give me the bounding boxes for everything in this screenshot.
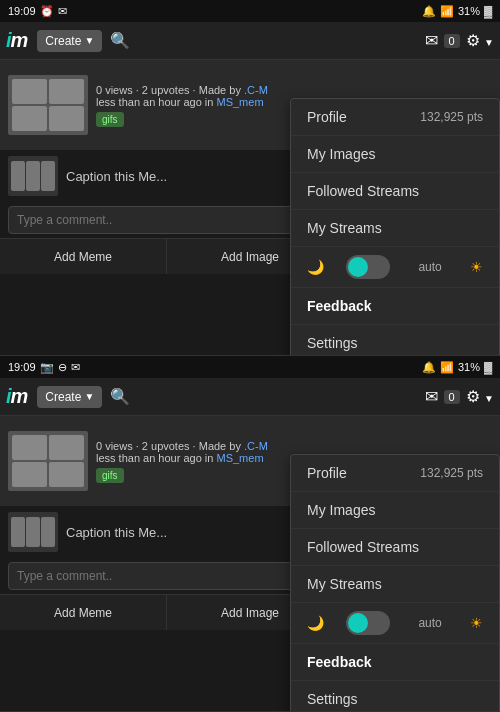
- grid-icon-2: ⚙: [466, 388, 480, 405]
- thumb-block: [49, 106, 84, 131]
- caption-thumbnail-2: [8, 512, 58, 552]
- moon-icon: 🌙: [307, 259, 324, 275]
- feedback-label-2: Feedback: [307, 654, 372, 670]
- theme-toggle[interactable]: [346, 255, 390, 279]
- dropdown-followed-streams[interactable]: Followed Streams: [291, 173, 499, 210]
- status-time: 19:09: [8, 5, 36, 17]
- followed-streams-label: Followed Streams: [307, 183, 419, 199]
- battery-percent: 31%: [458, 5, 480, 17]
- toggle-knob-2: [348, 613, 368, 633]
- meme-meta: 0 views · 2 upvotes · Made by .C-M less …: [96, 84, 268, 127]
- theme-toggle-row-2: 🌙 auto ☀: [291, 603, 499, 644]
- toggle-knob: [348, 257, 368, 277]
- theme-toggle-row: 🌙 auto ☀: [291, 247, 499, 288]
- search-button[interactable]: 🔍: [110, 31, 130, 50]
- my-images-label: My Images: [307, 146, 375, 162]
- create-button-2[interactable]: Create ▼: [37, 386, 102, 408]
- dropdown-menu-2: Profile 132,925 pts My Images Followed S…: [290, 454, 500, 712]
- create-label-2: Create: [45, 390, 81, 404]
- mail-icon-2[interactable]: ✉: [425, 387, 438, 406]
- meme-stats-2: 0 views · 2 upvotes · Made by .C-M: [96, 440, 268, 452]
- app-logo: im: [6, 29, 27, 52]
- meme-thumbnail-2: [8, 431, 88, 491]
- chevron-down-icon-3: ▼: [484, 393, 494, 404]
- my-streams-label: My Streams: [307, 220, 382, 236]
- search-icon-2: 🔍: [110, 388, 130, 405]
- dropdown-my-images[interactable]: My Images: [291, 136, 499, 173]
- dropdown-settings[interactable]: Settings: [291, 325, 499, 356]
- wifi-icon-2: 📶: [440, 361, 454, 374]
- notif-count-2: 0: [444, 390, 460, 404]
- thumb-block: [12, 106, 47, 131]
- author-link-2[interactable]: .C-M: [244, 440, 268, 452]
- dropdown-feedback[interactable]: Feedback: [291, 288, 499, 325]
- notification-area-2: 0: [444, 390, 460, 404]
- content-area: 0 views · 2 upvotes · Made by .C-M less …: [0, 60, 500, 238]
- dropdown-my-streams[interactable]: My Streams: [291, 210, 499, 247]
- dropdown-menu: Profile 132,925 pts My Images Followed S…: [290, 98, 500, 356]
- user-menu-button-2[interactable]: ⚙ ▼: [466, 387, 494, 406]
- status-bar-2: 19:09 📷 ⊖ ✉ 🔔 📶 31% ▓: [0, 356, 500, 378]
- create-label: Create: [45, 34, 81, 48]
- mail-icon[interactable]: ✉: [425, 31, 438, 50]
- alarm-icon: ⏰: [40, 5, 54, 18]
- toggle-label-2: auto: [418, 616, 441, 630]
- search-icon: 🔍: [110, 32, 130, 49]
- dropdown-feedback-2[interactable]: Feedback: [291, 644, 499, 681]
- meme-thumbnail: [8, 75, 88, 135]
- tag-badge[interactable]: gifs: [96, 112, 124, 127]
- tag-badge-2[interactable]: gifs: [96, 468, 124, 483]
- profile-pts: 132,925 pts: [420, 110, 483, 124]
- dropdown-settings-2[interactable]: Settings: [291, 681, 499, 712]
- wifi-icon: 📶: [440, 5, 454, 18]
- dropdown-my-streams-2[interactable]: My Streams: [291, 566, 499, 603]
- battery-bar-icon-2: ▓: [484, 361, 492, 373]
- create-button[interactable]: Create ▼: [37, 30, 102, 52]
- app-logo-2: im: [6, 385, 27, 408]
- notification-area: 0: [444, 34, 460, 48]
- battery-bar-icon: ▓: [484, 5, 492, 17]
- chevron-down-icon: ▼: [84, 35, 94, 46]
- content-area-2: 0 views · 2 upvotes · Made by .C-M less …: [0, 416, 500, 594]
- settings-label-2: Settings: [307, 691, 358, 707]
- sun-icon-2: ☀: [470, 615, 483, 631]
- followed-streams-label-2: Followed Streams: [307, 539, 419, 555]
- search-button-2[interactable]: 🔍: [110, 387, 130, 406]
- status-time-2: 19:09: [8, 361, 36, 373]
- chevron-down-icon: ▼: [484, 37, 494, 48]
- battery-icon: 🔔: [422, 5, 436, 18]
- thumb-block: [49, 79, 84, 104]
- dropdown-my-images-2[interactable]: My Images: [291, 492, 499, 529]
- dropdown-profile[interactable]: Profile 132,925 pts: [291, 99, 499, 136]
- meme-time-2: less than an hour ago in MS_mem: [96, 452, 268, 464]
- battery-icon-2: 🔔: [422, 361, 436, 374]
- caption-text-2[interactable]: Caption this Me...: [66, 525, 167, 540]
- meme-stats: 0 views · 2 upvotes · Made by .C-M: [96, 84, 268, 96]
- dropdown-followed-streams-2[interactable]: Followed Streams: [291, 529, 499, 566]
- caption-text[interactable]: Caption this Me...: [66, 169, 167, 184]
- dropdown-profile-2[interactable]: Profile 132,925 pts: [291, 455, 499, 492]
- settings-label: Settings: [307, 335, 358, 351]
- meme-meta-2: 0 views · 2 upvotes · Made by .C-M less …: [96, 440, 268, 483]
- author-link[interactable]: .C-M: [244, 84, 268, 96]
- notif-count: 0: [444, 34, 460, 48]
- profile-label: Profile: [307, 109, 347, 125]
- add-meme-button-2[interactable]: Add Meme: [0, 595, 167, 630]
- meme-time: less than an hour ago in MS_mem: [96, 96, 268, 108]
- sun-icon: ☀: [470, 259, 483, 275]
- add-meme-button[interactable]: Add Meme: [0, 239, 167, 274]
- theme-toggle-2[interactable]: [346, 611, 390, 635]
- stream-link[interactable]: MS_mem: [216, 96, 263, 108]
- grid-icon: ⚙: [466, 32, 480, 49]
- battery-percent-2: 31%: [458, 361, 480, 373]
- stream-link-2[interactable]: MS_mem: [216, 452, 263, 464]
- msg-icon-2: ✉: [71, 361, 80, 374]
- user-menu-button[interactable]: ⚙ ▼: [466, 31, 494, 50]
- chevron-down-icon-2: ▼: [84, 391, 94, 402]
- message-status-icon-2: ⊖: [58, 361, 67, 374]
- feedback-label: Feedback: [307, 298, 372, 314]
- my-images-label-2: My Images: [307, 502, 375, 518]
- nav-bar-2: im Create ▼ 🔍 ✉ 0 ⚙ ▼: [0, 378, 500, 416]
- thumb-block: [12, 79, 47, 104]
- alarm-icon-2: 📷: [40, 361, 54, 374]
